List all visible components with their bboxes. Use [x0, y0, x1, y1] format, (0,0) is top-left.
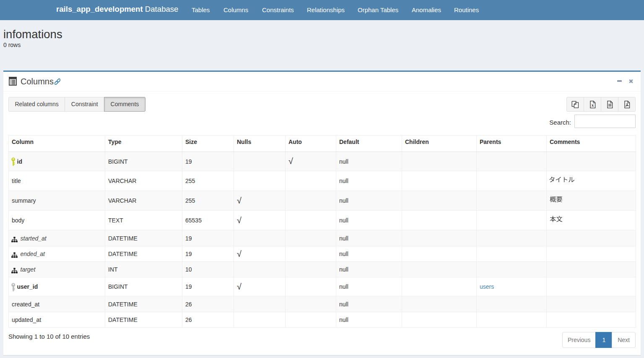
svg-text:x: x — [592, 103, 594, 107]
